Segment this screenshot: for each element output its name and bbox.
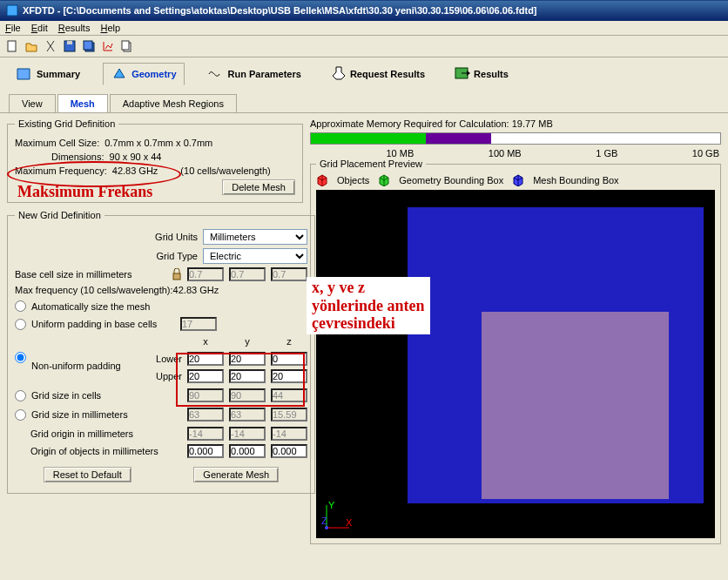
geobox-cube-icon xyxy=(378,174,390,186)
tab-run-parameters[interactable]: Run Parameters xyxy=(200,64,308,84)
lower-x-input[interactable] xyxy=(187,352,224,366)
origin-y-input[interactable] xyxy=(229,427,266,441)
toolbar-copy-icon[interactable] xyxy=(120,39,134,53)
upper-label: Upper xyxy=(147,371,182,381)
gridorigin-label: Grid origin in millimeters xyxy=(30,428,133,439)
reset-default-button[interactable]: Reset to Default xyxy=(44,467,131,482)
lock-icon[interactable] xyxy=(172,268,182,280)
run-icon xyxy=(207,67,225,81)
grid-units-select[interactable]: Millimeters xyxy=(203,229,307,245)
memory-bar xyxy=(310,132,721,145)
delete-mesh-button[interactable]: Delete Mesh xyxy=(222,179,295,195)
objects-cube-icon xyxy=(316,174,328,186)
menu-results[interactable]: Results xyxy=(58,23,91,33)
upper-y-input[interactable] xyxy=(229,369,266,383)
objorigin-y-input[interactable] xyxy=(229,444,266,458)
menu-edit[interactable]: Edit xyxy=(31,23,48,33)
svg-text:X: X xyxy=(346,517,353,528)
tab-results-label: Results xyxy=(474,69,509,79)
col-y: y xyxy=(229,336,266,347)
request-icon xyxy=(331,66,347,82)
toolbar-new-icon[interactable] xyxy=(5,39,19,53)
auto-size-label: Automatically size the mesh xyxy=(31,301,150,312)
scale-10gb: 10 GB xyxy=(692,148,719,158)
app-icon xyxy=(5,3,19,17)
preview-legend: Grid Placement Preview xyxy=(316,158,426,169)
basecell-z-input[interactable] xyxy=(271,267,307,281)
generate-mesh-button[interactable]: Generate Mesh xyxy=(193,467,279,482)
basecell-y-input[interactable] xyxy=(229,267,266,281)
grid-type-select[interactable]: Electric xyxy=(203,248,307,264)
basecell-label: Base cell size in millimeters xyxy=(15,269,131,280)
maxfreq-text: Max frequency (10 cells/wavelength):42.8… xyxy=(15,285,219,295)
dimensions-label: Dimensions: xyxy=(51,152,104,162)
origin-z-input[interactable] xyxy=(271,427,307,441)
lower-z-input[interactable] xyxy=(271,352,307,366)
subtab-view[interactable]: View xyxy=(9,94,56,112)
new-grid-fieldset: New Grid Definition Grid Units Millimete… xyxy=(7,210,315,494)
gridmm-radio[interactable] xyxy=(15,409,26,421)
scale-1gb: 1 GB xyxy=(596,148,617,158)
objorigin-x-input[interactable] xyxy=(187,444,224,458)
toolbar-cut-icon[interactable] xyxy=(44,39,57,53)
objorigin-z-input[interactable] xyxy=(271,444,307,458)
subtab-mesh[interactable]: Mesh xyxy=(57,94,108,112)
summary-icon xyxy=(16,67,33,81)
toolbar-chart-icon[interactable] xyxy=(101,39,115,53)
tab-geometry[interactable]: Geometry xyxy=(103,63,184,85)
gridmm-z-input[interactable] xyxy=(271,408,307,422)
auto-size-radio[interactable] xyxy=(15,300,26,312)
preview-viewport[interactable]: Y X Z xyxy=(316,190,715,538)
col-x: x xyxy=(187,336,224,347)
toolbar-saveall-icon[interactable] xyxy=(82,39,96,53)
dimensions-value: 90 x 90 x 44 xyxy=(110,152,162,162)
geometry-rect xyxy=(482,312,669,499)
gridcells-z-input[interactable] xyxy=(271,388,307,402)
gridmm-y-input[interactable] xyxy=(229,408,266,422)
svg-text:Y: Y xyxy=(328,502,335,510)
memory-label: Approximate Memory Required for Calculat… xyxy=(310,118,721,129)
menu-help[interactable]: Help xyxy=(100,23,120,33)
gridcells-radio[interactable] xyxy=(15,390,26,401)
tab-summary-label: Summary xyxy=(37,69,80,79)
scale-100mb: 100 MB xyxy=(489,148,522,158)
uniform-padding-label: Uniform padding in base cells xyxy=(31,319,157,329)
maxfreq-label: Maximum Frequency: xyxy=(15,165,107,176)
tab-summary[interactable]: Summary xyxy=(9,64,87,84)
maxcell-value: 0.7mm x 0.7mm x 0.7mm xyxy=(104,138,212,148)
menu-file[interactable]: File xyxy=(5,23,21,33)
toolbar-save-icon[interactable] xyxy=(63,39,77,53)
gridmm-x-input[interactable] xyxy=(187,408,224,422)
maxcell-label: Maximum Cell Size: xyxy=(15,138,99,148)
gridcells-x-input[interactable] xyxy=(187,388,224,402)
uniform-padding-radio[interactable] xyxy=(15,319,26,330)
window-title: XFDTD - [C:\Documents and Settings\atokt… xyxy=(23,5,537,16)
origin-x-input[interactable] xyxy=(187,427,224,441)
upper-x-input[interactable] xyxy=(187,369,224,383)
upper-z-input[interactable] xyxy=(271,369,307,383)
svg-rect-0 xyxy=(7,5,17,16)
svg-rect-3 xyxy=(67,41,72,44)
tab-results[interactable]: Results xyxy=(448,64,516,84)
gridcells-y-input[interactable] xyxy=(229,388,266,402)
subtab-adaptive[interactable]: Adaptive Mesh Regions xyxy=(110,94,237,112)
grid-type-label: Grid Type xyxy=(157,251,199,261)
svg-point-14 xyxy=(325,526,328,529)
nonuniform-padding-radio[interactable] xyxy=(15,352,26,363)
svg-text:Z: Z xyxy=(321,516,327,526)
existing-grid-legend: Existing Grid Definition xyxy=(15,118,118,129)
toolbar-open-icon[interactable] xyxy=(24,39,38,53)
menu-bar: File Edit Results Help xyxy=(0,21,728,36)
basecell-x-input[interactable] xyxy=(187,267,224,281)
uniform-padding-input[interactable] xyxy=(180,317,217,331)
tab-geometry-label: Geometry xyxy=(131,69,176,79)
geometry-icon xyxy=(111,67,128,81)
tab-request-results[interactable]: Request Results xyxy=(324,63,432,85)
svg-rect-1 xyxy=(8,41,16,51)
objects-label: Objects xyxy=(337,175,369,185)
main-tabs: Summary Geometry Run Parameters Request … xyxy=(0,57,728,94)
nonuniform-padding-label: Non-uniform padding xyxy=(31,361,121,371)
meshbox-label: Mesh Bounding Box xyxy=(533,175,618,185)
lower-y-input[interactable] xyxy=(229,352,266,366)
lower-label: Lower xyxy=(147,354,182,364)
